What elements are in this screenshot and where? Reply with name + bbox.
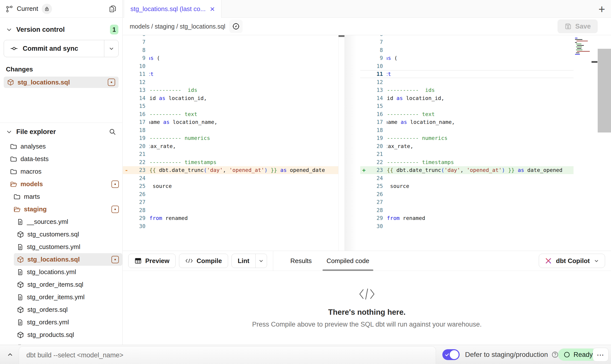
code-line-19[interactable]: 19---------- numerics xyxy=(360,134,574,142)
code-line-13[interactable]: 13---------- ids xyxy=(123,86,338,94)
code-line-21[interactable]: 21 xyxy=(123,150,338,158)
code-line-11[interactable]: 11ct xyxy=(360,70,574,78)
code-line-8[interactable]: 8 xyxy=(360,46,574,54)
pane-divider[interactable] xyxy=(338,35,360,251)
file-item-marts[interactable]: marts xyxy=(0,190,122,203)
code-line-26[interactable]: 26 xyxy=(360,190,574,198)
save-button[interactable]: Save xyxy=(557,19,598,33)
compile-button[interactable]: Compile xyxy=(179,254,228,268)
code-line-9[interactable]: 9as ( xyxy=(123,54,338,62)
file-item-stg-order-items-yml[interactable]: stg_order_items.yml xyxy=(0,291,122,303)
code-line-20[interactable]: 20tax_rate, xyxy=(360,142,574,150)
code-line-20[interactable]: 20tax_rate, xyxy=(123,142,338,150)
code-line-9[interactable]: 9as ( xyxy=(360,54,574,62)
code-line-24[interactable]: 24 xyxy=(360,174,574,182)
code-line-28[interactable]: 28 xyxy=(123,206,338,214)
version-control-header[interactable]: Version control 1 xyxy=(0,18,122,38)
code-line-8[interactable]: 8 xyxy=(123,46,338,54)
panel-tab-compiled-code[interactable]: Compiled code xyxy=(319,251,377,271)
code-line-11[interactable]: 11ct xyxy=(123,70,338,78)
file-item-stg-products-sql[interactable]: stg_products.sql xyxy=(0,329,122,341)
code-line-21[interactable]: 21 xyxy=(360,150,574,158)
code-line-6[interactable]: 6 xyxy=(360,35,574,38)
code-line-19[interactable]: 19---------- numerics xyxy=(123,134,338,142)
file-item-stg-locations-sql[interactable]: stg_locations.sql xyxy=(14,253,122,266)
command-input[interactable] xyxy=(26,351,396,359)
scrollbar-thumb[interactable] xyxy=(598,49,611,132)
search-icon[interactable] xyxy=(108,128,116,136)
dbt-copilot-button[interactable]: dbt Copilot xyxy=(539,254,605,268)
code-line-7[interactable]: 7 xyxy=(123,38,338,46)
code-line-18[interactable]: 18 xyxy=(360,126,574,134)
more-options-button[interactable]: ⋯ xyxy=(593,348,609,362)
commit-and-sync-button[interactable]: Commit and sync xyxy=(4,40,119,57)
code-line-15[interactable]: 15 xyxy=(360,102,574,110)
lint-button[interactable]: Lint xyxy=(232,254,255,268)
code-line-29[interactable]: 29from renamed xyxy=(123,214,338,222)
code-line-15[interactable]: 15 xyxy=(123,102,338,110)
code-line-10[interactable]: 10 xyxy=(123,62,338,70)
code-line-12[interactable]: 12 xyxy=(123,78,338,86)
code-line-25[interactable]: 25 source xyxy=(123,182,338,190)
code-line-24[interactable]: 24 xyxy=(123,174,338,182)
lint-options-caret[interactable] xyxy=(255,254,267,268)
code-line-18[interactable]: 18 xyxy=(123,126,338,134)
code-line-10[interactable]: 10 xyxy=(360,62,574,70)
diff-pane-original[interactable]: 6789as (1011ct1213---------- ids14id as … xyxy=(123,35,338,251)
code-line-28[interactable]: 28 xyxy=(360,206,574,214)
line-number: 16 xyxy=(130,111,145,117)
panel-tab-results[interactable]: Results xyxy=(283,251,319,271)
code-line-7[interactable]: 7 xyxy=(360,38,574,46)
code-line-27[interactable]: 27 xyxy=(360,198,574,206)
chevron-up-icon[interactable] xyxy=(6,351,14,358)
code-line-22[interactable]: 22---------- timestamps xyxy=(123,158,338,166)
diff-pane-modified[interactable]: 6789as (1011ct1213---------- ids14id as … xyxy=(360,35,574,251)
file-item-stg-locations-yml[interactable]: stg_locations.yml xyxy=(0,266,122,278)
code-line-29[interactable]: 29from renamed xyxy=(360,214,574,222)
copy-icon[interactable] xyxy=(108,5,117,13)
file-item-stg-customers-sql[interactable]: stg_customers.sql xyxy=(0,228,122,241)
code-line-23[interactable]: +23{{ dbt.date_trunc('day', 'opened_at')… xyxy=(360,166,574,174)
minimap[interactable] xyxy=(574,37,592,56)
file-item-analyses[interactable]: analyses xyxy=(0,140,122,153)
file-item-stg-order-items-sql[interactable]: stg_order_items.sql xyxy=(0,278,122,291)
file-item-staging[interactable]: staging xyxy=(0,203,122,215)
file-item-macros[interactable]: macros xyxy=(0,165,122,178)
tab-stg-locations[interactable]: stg_locations.sql (last co... × xyxy=(124,0,221,18)
code-line-12[interactable]: 12 xyxy=(360,78,574,86)
file-item-stg-orders-yml[interactable]: stg_orders.yml xyxy=(0,316,122,329)
code-line-26[interactable]: 26 xyxy=(123,190,338,198)
help-icon[interactable] xyxy=(551,351,559,358)
code-line-14[interactable]: 14id as location_id, xyxy=(360,94,574,102)
new-tab-button[interactable]: + xyxy=(598,2,605,16)
code-line-16[interactable]: 16---------- text xyxy=(360,110,574,118)
code-line-14[interactable]: 14id as location_id, xyxy=(123,94,338,102)
lineage-button[interactable] xyxy=(229,20,243,33)
file-item-models[interactable]: models xyxy=(0,178,122,190)
code-line-23[interactable]: -23{{ dbt.date_trunc('day', 'opened_at')… xyxy=(123,166,338,174)
change-item[interactable]: stg_locations.sql xyxy=(4,77,119,88)
code-line-27[interactable]: 27 xyxy=(123,198,338,206)
code-line-17[interactable]: 17name as location_name, xyxy=(360,118,574,126)
file-item--sources-yml[interactable]: __sources.yml xyxy=(0,215,122,228)
code-line-17[interactable]: 17name as location_name, xyxy=(123,118,338,126)
file-explorer-header[interactable]: File explorer xyxy=(0,123,122,139)
code-line-16[interactable]: 16---------- text xyxy=(123,110,338,118)
file-item-stg-customers-yml[interactable]: stg_customers.yml xyxy=(0,241,122,253)
code-text xyxy=(149,127,338,133)
code-line-30[interactable]: 30 xyxy=(360,222,574,230)
code-line-25[interactable]: 25 source xyxy=(360,182,574,190)
code-text xyxy=(149,207,338,213)
connection-status-badge[interactable]: Ready xyxy=(558,348,598,361)
code-line-13[interactable]: 13---------- ids xyxy=(360,86,574,94)
file-item-data-tests[interactable]: data-tests xyxy=(0,153,122,165)
preview-button[interactable]: Preview xyxy=(128,254,176,268)
close-icon[interactable]: × xyxy=(210,5,215,13)
code-line-22[interactable]: 22---------- timestamps xyxy=(360,158,574,166)
defer-toggle[interactable] xyxy=(442,349,460,360)
code-line-6[interactable]: 6 xyxy=(123,35,338,38)
commit-options-caret[interactable] xyxy=(104,40,118,57)
file-item-stg-products-yml[interactable]: stg_products.yml xyxy=(0,341,122,345)
code-line-30[interactable]: 30 xyxy=(123,222,338,230)
file-item-stg-orders-sql[interactable]: stg_orders.sql xyxy=(0,303,122,316)
